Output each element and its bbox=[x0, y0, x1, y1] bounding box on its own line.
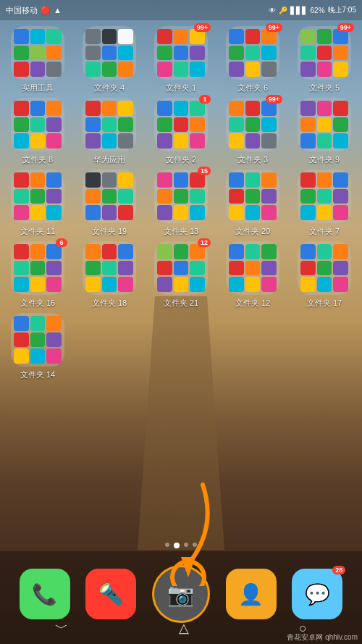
mini-app-icon bbox=[245, 29, 261, 44]
mini-app-icon bbox=[102, 172, 117, 188]
folder-文件夹-9[interactable]: 文件夹 9 bbox=[292, 98, 356, 165]
mini-app-icon bbox=[46, 333, 62, 348]
mini-app-icon bbox=[317, 244, 332, 259]
mini-app-icon bbox=[317, 117, 332, 133]
watermark: 青花安卓网 qhhlv.com bbox=[287, 632, 358, 643]
mini-app-icon bbox=[300, 205, 316, 220]
folder-label: 华为应用 bbox=[93, 154, 125, 165]
mini-app-icon bbox=[46, 172, 62, 188]
mini-app-icon bbox=[157, 172, 172, 188]
folder-文件夹-8[interactable]: 文件夹 8 bbox=[6, 98, 70, 165]
folder-文件夹-5[interactable]: 99+文件夹 5 bbox=[292, 26, 356, 93]
folder-文件夹-17[interactable]: 文件夹 17 bbox=[292, 241, 356, 309]
folder-华为应用[interactable]: 华为应用 bbox=[77, 98, 141, 165]
mini-app-icon bbox=[14, 261, 29, 276]
mini-app-icon bbox=[85, 101, 101, 116]
dock-app-电话[interactable]: 📞 bbox=[20, 569, 70, 619]
mini-app-icon bbox=[229, 261, 244, 276]
folder-icon bbox=[298, 170, 351, 223]
page-dot-0 bbox=[165, 543, 169, 547]
folder-label: 文件夹 21 bbox=[164, 298, 198, 309]
camera-button[interactable]: 📷 bbox=[152, 565, 210, 623]
dock-icon-手电筒[interactable]: 🔦 bbox=[85, 569, 136, 619]
mini-app-icon bbox=[118, 62, 133, 77]
folder-label: 文件夹 17 bbox=[307, 298, 342, 309]
mini-app-icon bbox=[229, 101, 244, 116]
mini-app-icon bbox=[245, 62, 261, 77]
mini-app-icon bbox=[85, 172, 101, 188]
folder-icon bbox=[11, 170, 64, 223]
mini-app-icon bbox=[333, 101, 348, 116]
mini-app-icon bbox=[245, 205, 261, 220]
dock-app-手电筒[interactable]: 🔦 bbox=[85, 569, 136, 619]
mini-app-icon bbox=[157, 277, 172, 292]
mini-app-icon bbox=[14, 333, 29, 348]
folder-icon: 15 bbox=[154, 170, 208, 223]
folder-文件夹-12[interactable]: 文件夹 12 bbox=[221, 241, 285, 309]
folder-icon bbox=[11, 313, 64, 367]
mini-app-icon bbox=[229, 277, 244, 292]
dock-icon-联系人[interactable]: 👤 bbox=[226, 569, 277, 619]
mini-app-icon bbox=[30, 101, 46, 116]
folder-icon: 12 bbox=[154, 241, 208, 295]
mini-app-icon bbox=[261, 46, 277, 61]
mini-app-icon bbox=[261, 244, 277, 259]
mini-app-icon bbox=[157, 46, 172, 61]
mini-app-icon bbox=[157, 189, 172, 204]
mini-app-icon bbox=[300, 62, 316, 77]
carrier-text: 中国移动 bbox=[6, 5, 38, 16]
folder-实用工具[interactable]: 实用工具 bbox=[6, 26, 70, 93]
mini-app-icon bbox=[229, 244, 244, 259]
mini-app-icon bbox=[102, 133, 117, 149]
nav-back-button[interactable]: ﹀ bbox=[41, 616, 83, 640]
folder-文件夹-3[interactable]: 99+文件夹 3 bbox=[221, 98, 285, 165]
mini-app-icon bbox=[300, 117, 316, 133]
notification-badge: 99+ bbox=[266, 95, 282, 104]
folder-文件夹-1[interactable]: 99+文件夹 1 bbox=[149, 26, 213, 93]
page-dot-2 bbox=[184, 543, 188, 547]
folder-文件夹-4[interactable]: 文件夹 4 bbox=[77, 26, 141, 93]
mini-app-icon bbox=[229, 189, 244, 204]
folder-文件夹-20[interactable]: 文件夹 20 bbox=[221, 170, 285, 237]
dock-app-信息[interactable]: 💬28 bbox=[292, 569, 342, 619]
page-indicator bbox=[0, 543, 362, 548]
dock-app-相机[interactable]: 📷 bbox=[152, 565, 210, 623]
nav-triangle-button[interactable]: △ bbox=[164, 617, 203, 639]
dock-icon-信息[interactable]: 💬28 bbox=[292, 569, 342, 619]
folder-label: 实用工具 bbox=[22, 83, 54, 93]
mini-app-icon bbox=[157, 62, 172, 77]
folder-文件夹-21[interactable]: 12文件夹 21 bbox=[149, 241, 213, 309]
folder-label: 文件夹 8 bbox=[22, 154, 53, 165]
folder-label: 文件夹 9 bbox=[309, 154, 340, 165]
app-row-1: 文件夹 8华为应用1文件夹 299+文件夹 3文件夹 9 bbox=[6, 98, 356, 165]
mini-app-icon bbox=[46, 277, 62, 292]
folder-label: 文件夹 5 bbox=[309, 83, 340, 93]
mini-app-icon bbox=[30, 46, 46, 61]
folder-文件夹-14[interactable]: 文件夹 14 bbox=[6, 313, 70, 380]
folder-文件夹-13[interactable]: 15文件夹 13 bbox=[149, 170, 213, 237]
folder-文件夹-7[interactable]: 文件夹 7 bbox=[292, 170, 356, 237]
dock-app-联系人[interactable]: 👤 bbox=[226, 569, 277, 619]
folder-文件夹-11[interactable]: 文件夹 11 bbox=[6, 170, 70, 237]
folder-文件夹-16[interactable]: 6文件夹 16 bbox=[6, 241, 70, 309]
mini-app-icon bbox=[85, 205, 101, 220]
mini-app-icon bbox=[190, 46, 205, 61]
mini-app-icon bbox=[118, 172, 133, 188]
folder-文件夹-2[interactable]: 1文件夹 2 bbox=[149, 98, 213, 165]
mini-app-icon bbox=[14, 189, 29, 204]
folder-文件夹-19[interactable]: 文件夹 19 bbox=[77, 170, 141, 237]
mini-app-icon bbox=[14, 133, 29, 149]
folder-label: 文件夹 12 bbox=[235, 298, 270, 309]
mini-app-icon bbox=[261, 261, 277, 276]
mini-app-icon bbox=[85, 46, 101, 61]
mini-app-icon bbox=[229, 117, 244, 133]
folder-label: 文件夹 3 bbox=[237, 154, 268, 165]
folder-文件夹-18[interactable]: 文件夹 18 bbox=[77, 241, 141, 309]
dock-icon-电话[interactable]: 📞 bbox=[20, 569, 70, 619]
mini-app-icon bbox=[102, 189, 117, 204]
folder-label: 文件夹 7 bbox=[309, 226, 340, 237]
folder-文件夹-6[interactable]: 99+文件夹 6 bbox=[221, 26, 285, 93]
mini-app-icon bbox=[157, 261, 172, 276]
mini-app-icon bbox=[190, 189, 205, 204]
mini-app-icon bbox=[46, 348, 62, 364]
